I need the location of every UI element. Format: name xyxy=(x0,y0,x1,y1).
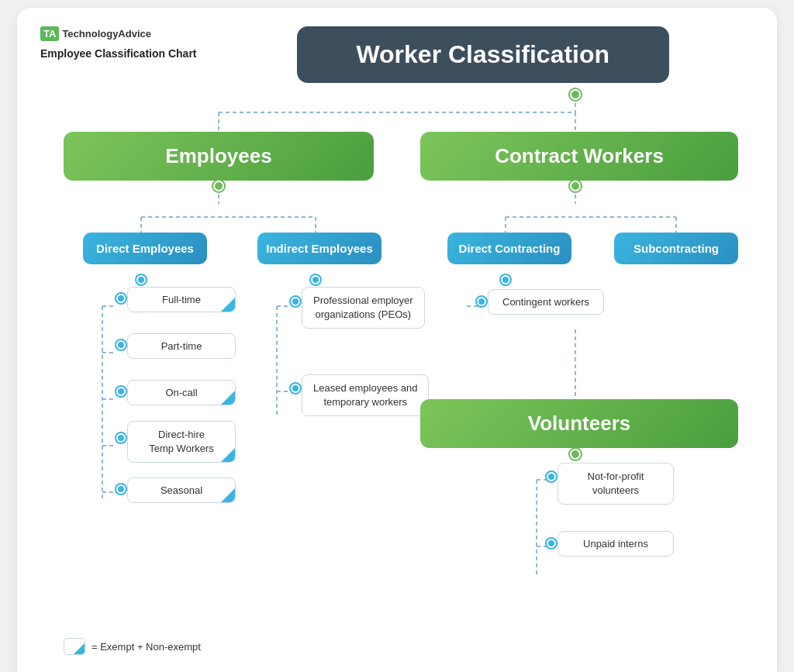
direct-contracting-node: Direct Contracting xyxy=(447,233,571,264)
main-dot xyxy=(570,89,581,100)
employees-dot xyxy=(213,181,224,191)
item-directhire-dot xyxy=(116,433,126,443)
item-contingent: Contingent workers xyxy=(488,289,604,315)
direct-contract-dot xyxy=(501,275,510,284)
item-interns-dot xyxy=(547,539,556,548)
logo-area: TA TechnologyAdvice Employee Classificat… xyxy=(40,26,197,60)
header: TA TechnologyAdvice Employee Classificat… xyxy=(40,26,754,83)
volunteers-node: Volunteers xyxy=(420,399,738,448)
item-peo-dot xyxy=(291,297,300,306)
indirect-employees-node: Indirect Employees xyxy=(257,233,381,264)
indirect-emp-dot xyxy=(311,275,320,284)
logo: TA TechnologyAdvice xyxy=(40,26,197,41)
item-leased: Leased employees andtemporary workers xyxy=(302,374,429,416)
legend: = Exempt + Non-exempt xyxy=(64,638,201,655)
legend-text: = Exempt + Non-exempt xyxy=(91,641,201,653)
direct-emp-dot xyxy=(136,275,146,284)
item-parttime-dot xyxy=(116,340,126,350)
volunteers-dot xyxy=(570,449,581,460)
item-fulltime: Full-time xyxy=(127,287,236,312)
employees-node: Employees xyxy=(64,132,374,181)
contract-workers-node: Contract Workers xyxy=(420,132,738,181)
item-leased-dot xyxy=(291,384,300,393)
direct-employees-node: Direct Employees xyxy=(83,233,207,264)
logo-brand: TechnologyAdvice xyxy=(62,28,151,40)
item-parttime: Part-time xyxy=(127,333,236,359)
subcontracting-node: Subcontracting xyxy=(614,233,738,264)
item-oncall-dot xyxy=(116,387,126,396)
item-nfp-dot xyxy=(547,472,556,481)
item-peo: Professional employerorganizations (PEOs… xyxy=(302,287,425,329)
item-interns: Unpaid interns xyxy=(558,531,674,557)
logo-ta: TA xyxy=(40,26,59,41)
item-oncall: On-call xyxy=(127,380,236,405)
main-card: TA TechnologyAdvice Employee Classificat… xyxy=(17,8,777,672)
item-nfp: Not-for-profitvolunteers xyxy=(558,463,674,505)
legend-icon xyxy=(64,638,85,655)
chart-subtitle: Employee Classification Chart xyxy=(40,47,197,60)
item-directhire: Direct-hireTemp Workers xyxy=(127,421,236,463)
item-seasonal: Seasonal xyxy=(127,477,236,503)
contract-dot xyxy=(570,181,581,191)
main-title-container: Worker Classification xyxy=(212,26,754,83)
chart-container: Employees Contract Workers Direct Employ… xyxy=(40,89,754,663)
item-contingent-dot xyxy=(477,297,486,306)
item-fulltime-dot xyxy=(116,294,126,303)
item-seasonal-dot xyxy=(116,484,126,494)
main-title: Worker Classification xyxy=(297,26,669,83)
